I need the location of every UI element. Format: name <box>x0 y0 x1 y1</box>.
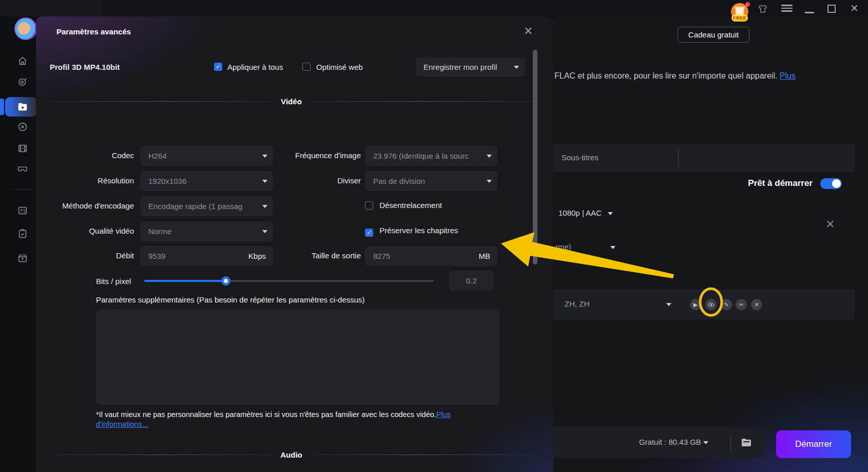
chevron-down-icon <box>262 230 267 233</box>
sidebar-item-dvd[interactable] <box>17 121 28 133</box>
quality-label: Qualité vidéo <box>36 221 134 235</box>
bitrate-input[interactable]: 9539 Kbps <box>140 246 273 266</box>
slider-fill <box>144 280 226 282</box>
modal-scrollbar-thumb[interactable] <box>533 50 537 265</box>
gift-promo-button[interactable]: FREE <box>731 3 750 23</box>
keep-chapters-checkbox[interactable]: ✓ <box>365 229 373 237</box>
close-window-button[interactable]: ✕ <box>850 2 859 14</box>
free-badge: FREE <box>731 14 748 22</box>
output-size-label: Taille de sortie <box>282 246 361 260</box>
bitrate-label: Débit <box>36 246 134 260</box>
resolution-label: Résolution <box>36 171 134 185</box>
bits-per-pixel-row: Bits / pixel 0.2 <box>36 271 553 291</box>
bits-per-pixel-value: 0.2 <box>449 271 494 291</box>
output-format-dropdown[interactable]: 1080p | AAC <box>558 209 613 217</box>
web-optimized-label: Optimisé web <box>316 63 363 71</box>
main-window-content: Cadeau gratuit FLAC et plus encore, pour… <box>553 16 868 472</box>
deinterlace-row: Désentrelacement <box>365 196 442 210</box>
bits-per-pixel-slider[interactable] <box>144 280 434 282</box>
codec-label: Codec <box>36 146 134 160</box>
free-gift-button[interactable]: Cadeau gratuit <box>678 27 749 43</box>
slider-thumb[interactable] <box>221 276 230 286</box>
window-titlebar: FREE ✕ <box>0 0 868 16</box>
maximize-button[interactable] <box>827 5 836 13</box>
view-subtitle-button[interactable] <box>705 299 717 310</box>
web-optimized-checkbox[interactable] <box>302 63 311 71</box>
audio-section-label: Audio <box>280 450 302 459</box>
split-dropdown[interactable]: Pas de division <box>365 171 497 191</box>
extra-params-textarea[interactable] <box>96 309 499 405</box>
framerate-dropdown[interactable]: 23.976 (Identique à la sourc <box>365 146 497 166</box>
save-profile-button[interactable]: Enregistrer mon profil <box>416 58 525 77</box>
status-ready-label: Prêt à démarrer <box>748 178 813 188</box>
sidebar-header-strip <box>0 0 103 16</box>
sidebar-item-toolbox[interactable] <box>17 252 28 263</box>
tshirt-theme-icon[interactable] <box>757 4 768 14</box>
quality-dropdown[interactable]: Norme <box>140 221 273 241</box>
sidebar-item-home[interactable] <box>17 55 28 67</box>
toggle-knob <box>832 179 841 188</box>
encode-method-label: Méthode d'encodage <box>36 196 134 210</box>
play-preview-button[interactable]: ▶ <box>690 299 701 310</box>
deinterlace-checkbox[interactable] <box>365 201 373 210</box>
divider-line <box>50 101 275 102</box>
profile-label: Profil <box>50 63 69 71</box>
resolution-dropdown[interactable]: 1920x1036 <box>140 171 273 191</box>
feature-banner-text: FLAC et plus encore, pour les lire sur n… <box>554 71 865 81</box>
cut-subtitle-button[interactable]: ✂ <box>736 299 747 310</box>
bitrate-unit: Kbps <box>248 246 266 266</box>
notification-dot <box>745 2 750 7</box>
chevron-down-icon <box>262 205 267 208</box>
subtitle-track-row: ZH, ZH ▶ ✎ ✂ ✕ <box>553 289 855 319</box>
sidebar-item-3d-vr[interactable] <box>17 163 28 174</box>
quality-dropdown-partial[interactable]: rme) <box>555 242 615 251</box>
chevron-down-icon <box>262 180 267 183</box>
keep-chapters-label: Préserver les chapitres <box>379 226 458 235</box>
column-divider <box>678 148 679 167</box>
sidebar <box>0 16 36 472</box>
keep-chapters-row: ✓ Préserver les chapitres <box>365 221 458 237</box>
framerate-label: Fréquence d'image <box>282 146 361 160</box>
sidebar-item-film[interactable] <box>17 143 28 154</box>
pencil-icon: ✎ <box>724 301 728 308</box>
advanced-settings-dialog: Paramètres avancés ✕ Profil 3D MP4.10bit… <box>36 16 553 472</box>
minimize-button[interactable] <box>805 12 814 13</box>
video-section-label: Vidéo <box>281 97 302 106</box>
chevron-down-icon <box>262 155 267 158</box>
remove-file-button[interactable]: ✕ <box>825 218 835 231</box>
split-label: Diviser <box>282 171 361 185</box>
scissors-icon: ✂ <box>739 301 743 308</box>
sidebar-item-video-camera[interactable] <box>17 76 28 87</box>
output-size-input[interactable]: 8275 MB <box>365 246 497 266</box>
free-space-dropdown[interactable]: Gratuit : 80.43 GB <box>639 438 708 446</box>
ready-toggle[interactable] <box>820 178 842 189</box>
chevron-down-icon <box>487 155 492 158</box>
banner-plus-link[interactable]: Plus <box>780 71 796 80</box>
avatar[interactable] <box>14 17 37 40</box>
sidebar-active-accent <box>0 99 4 115</box>
file-list-header: Sous-titres <box>553 144 855 172</box>
sidebar-item-task-list[interactable] <box>17 205 28 216</box>
edit-subtitle-button[interactable]: ✎ <box>721 299 732 310</box>
close-icon: ✕ <box>754 301 759 308</box>
sidebar-item-clipboard[interactable] <box>17 228 28 239</box>
extra-params-label: Paramètres supplémentaires (Pas besoin d… <box>96 295 365 304</box>
video-section-divider: Vidéo <box>50 97 533 105</box>
dialog-close-button[interactable]: ✕ <box>524 25 533 38</box>
encode-method-dropdown[interactable]: Encodage rapide (1 passag <box>140 196 273 216</box>
chevron-down-icon <box>487 180 492 183</box>
subtitle-language-dropdown[interactable]: ZH, ZH <box>565 299 671 308</box>
subtitles-column-header[interactable]: Sous-titres <box>562 153 599 162</box>
profile-row: Profil 3D MP4.10bit ✓ Appliquer à tous O… <box>36 58 553 78</box>
codec-dropdown[interactable]: H264 <box>140 146 273 166</box>
folder-video-icon <box>17 101 28 112</box>
remove-subtitle-button[interactable]: ✕ <box>751 299 762 310</box>
divider-line <box>308 101 533 102</box>
apply-all-checkbox[interactable]: ✓ <box>214 63 222 71</box>
hamburger-menu-icon[interactable] <box>781 3 793 13</box>
open-folder-button[interactable] <box>739 437 754 449</box>
chevron-down-icon <box>608 212 613 215</box>
start-button[interactable]: Démarrer <box>776 430 851 458</box>
divider-line <box>50 455 274 455</box>
gift-box-shape <box>736 8 744 14</box>
